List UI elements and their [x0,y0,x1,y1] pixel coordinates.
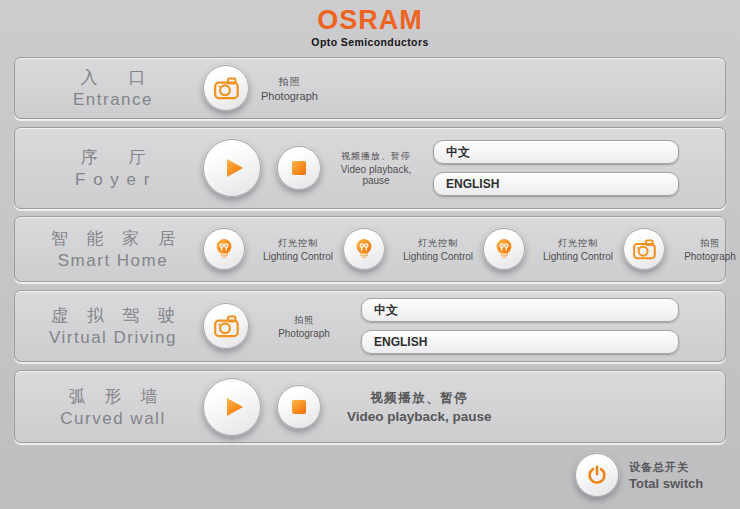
camera-icon [213,314,240,339]
lighting-control-button-3[interactable] [483,228,525,270]
power-icon [585,463,609,487]
panel-curved-wall: 弧 形 墙 Curved wall 视频播放、暂停 Video playback… [14,370,726,443]
label-en: Photograph [261,90,318,102]
section-title-zh: 弧 形 墙 [37,385,189,408]
virtual-driving-photograph-button[interactable] [203,303,249,349]
foyer-language-buttons: 中文 ENGLISH [433,140,679,196]
section-title-en: Smart Home [37,251,189,271]
stop-icon [291,160,307,176]
virtual-driving-photograph-label: 拍照 Photograph [261,314,347,339]
stop-icon [291,399,307,415]
play-icon [217,153,247,183]
section-title-zh: 序 厅 [37,146,189,169]
label-zh: 设备总开关 [629,460,703,475]
foyer-chinese-button[interactable]: 中文 [433,140,679,164]
section-title-en: Curved wall [37,409,189,429]
section-title-zh: 虚 拟 驾 驶 [37,304,189,327]
label-en: Lighting Control [533,251,623,262]
smart-home-photograph-group: 拍照 Photograph [623,228,740,270]
foyer-stop-button[interactable] [277,146,321,190]
label-en: Photograph [673,251,740,262]
section-title-curved-wall: 弧 形 墙 Curved wall [37,385,189,429]
lighting-control-button-1[interactable] [203,228,245,270]
label-zh: 灯光控制 [393,237,483,250]
smart-home-photograph-label: 拍照 Photograph [673,237,740,262]
section-title-foyer: 序 厅 F o y e r [37,146,189,190]
virtual-driving-chinese-button[interactable]: 中文 [361,298,679,322]
lightbulb-icon [352,237,376,261]
entrance-photograph-label: 拍照 Photograph [261,75,318,102]
label-zh: 视频播放、暂停 [347,390,492,407]
smart-home-photograph-button[interactable] [623,228,665,270]
label-zh: 拍照 [261,75,318,89]
section-title-en: Virtual Driving [37,328,189,348]
entrance-photograph-button[interactable] [203,65,249,111]
label-zh: 拍照 [261,314,347,327]
smart-home-controls: 灯光控制 Lighting Control [203,228,740,270]
virtual-driving-language-buttons: 中文 ENGLISH [361,298,679,354]
section-title-zh: 入 口 [37,66,189,89]
logo-subtitle: Opto Semiconductors [0,36,740,48]
total-switch-button[interactable] [575,453,619,497]
play-icon [217,392,247,422]
section-title-zh: 智 能 家 居 [37,227,189,250]
total-switch-group: 设备总开关 Total switch [575,453,703,497]
panel-entrance: 入 口 Entrance 拍照 Photograph [14,57,726,119]
total-switch-label: 设备总开关 Total switch [629,460,703,491]
panel-smart-home: 智 能 家 居 Smart Home [14,216,726,282]
curved-wall-play-button[interactable] [203,378,261,436]
label-zh: 灯光控制 [253,237,343,250]
section-title-en: F o y e r [37,170,189,190]
label-zh: 拍照 [673,237,740,250]
label-en: Lighting Control [253,251,343,262]
lighting-control-label-3: 灯光控制 Lighting Control [533,237,623,262]
section-title-en: Entrance [37,90,189,110]
section-title-virtual-driving: 虚 拟 驾 驶 Virtual Driving [37,304,189,348]
lighting-control-label-2: 灯光控制 Lighting Control [393,237,483,262]
virtual-driving-english-button[interactable]: ENGLISH [361,330,679,354]
curved-wall-stop-button[interactable] [277,385,321,429]
panel-virtual-driving: 虚 拟 驾 驶 Virtual Driving 拍照 Photograph 中文… [14,290,726,362]
control-panel-page: OSRAM Opto Semiconductors 入 口 Entrance 拍… [0,0,740,509]
foyer-playback-label: 视频播放、暂停 Video playback, pause [333,150,419,186]
label-en: Lighting Control [393,251,483,262]
lightbulb-icon [492,237,516,261]
label-zh: 灯光控制 [533,237,623,250]
label-en: Total switch [629,476,703,491]
foyer-play-button[interactable] [203,139,261,197]
header: OSRAM Opto Semiconductors [0,7,740,48]
curved-wall-playback-label: 视频播放、暂停 Video playback, pause [347,390,492,424]
osram-logo: OSRAM [0,7,740,34]
lighting-control-group-1: 灯光控制 Lighting Control [203,228,343,270]
label-zh: 视频播放、暂停 [333,150,419,163]
lightbulb-icon [212,237,236,261]
lighting-control-group-2: 灯光控制 Lighting Control [343,228,483,270]
camera-icon [213,76,240,101]
camera-icon [632,238,657,261]
label-en: Photograph [261,328,347,339]
lighting-control-group-3: 灯光控制 Lighting Control [483,228,623,270]
section-title-entrance: 入 口 Entrance [37,66,189,110]
lighting-control-label-1: 灯光控制 Lighting Control [253,237,343,262]
label-en: Video playback, pause [333,164,419,186]
section-title-smart-home: 智 能 家 居 Smart Home [37,227,189,271]
label-en: Video playback, pause [347,409,492,424]
lighting-control-button-2[interactable] [343,228,385,270]
panel-foyer: 序 厅 F o y e r 视频播放、暂停 Video playback, pa… [14,127,726,209]
foyer-english-button[interactable]: ENGLISH [433,172,679,196]
